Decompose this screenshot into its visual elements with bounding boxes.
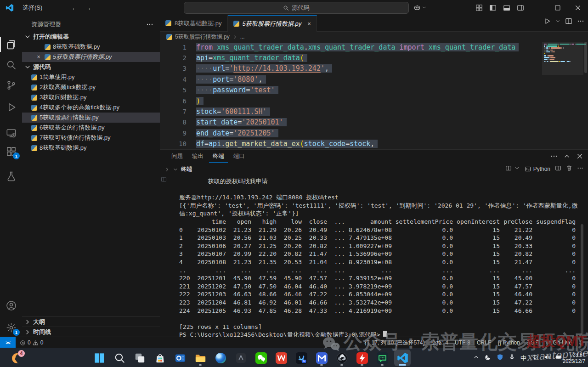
tray-battery[interactable] (555, 354, 562, 362)
taskbar-app-outlook[interactable] (172, 350, 188, 366)
open-editor-item[interactable]: 8获取基础数据.py (22, 42, 160, 52)
minimap-slider[interactable] (542, 42, 583, 75)
status-item[interactable]: CRLF (477, 339, 491, 346)
status-item[interactable]: Go Live (545, 339, 572, 346)
panel-tab-终端[interactable]: 终端 (209, 150, 228, 163)
activity-testing[interactable] (0, 167, 22, 185)
more-button[interactable] (550, 152, 558, 162)
tray-volume[interactable] (543, 354, 550, 362)
taskbar-app-file-explorer[interactable] (192, 350, 209, 366)
file-item[interactable]: 8获取基础数据.py (22, 143, 160, 153)
taskbar-app-markdown[interactable] (313, 350, 330, 366)
file-item[interactable]: 5获取股票行情数据.py (22, 113, 160, 123)
taskbar-app-wps[interactable] (273, 350, 289, 366)
taskbar-app-wechat[interactable] (253, 350, 269, 366)
activity-remote-explorer[interactable] (0, 124, 22, 142)
tray-dnd[interactable] (485, 354, 492, 362)
terminal-more-button[interactable] (577, 165, 583, 173)
new-terminal-button[interactable] (555, 165, 561, 173)
chevron-up-button[interactable] (563, 152, 571, 162)
maximize-button[interactable] (548, 0, 568, 15)
file-item[interactable]: 2获取高频tick数据.py (22, 82, 160, 92)
ime-indicator[interactable]: 中 (520, 354, 526, 362)
folder-section[interactable]: 源代码 (22, 62, 160, 72)
minimap[interactable] (542, 42, 583, 149)
panel-tab-端口[interactable]: 端口 (230, 150, 249, 163)
chevron-right-icon[interactable] (164, 167, 170, 172)
toggle-sidebar-button[interactable] (486, 0, 500, 15)
activity-explorer[interactable] (0, 35, 22, 54)
taskbar-app-obs[interactable] (334, 350, 350, 366)
editor-tab[interactable]: 5获取股票行情数据.py× (228, 15, 317, 32)
taskbar-weather-widget[interactable]: 4 (11, 351, 25, 365)
status-item[interactable] (578, 340, 584, 346)
activity-extensions[interactable]: 1 (0, 142, 22, 160)
close-button[interactable] (568, 0, 588, 15)
taskbar-app-dark-app[interactable] (232, 350, 249, 366)
tray-mic[interactable] (509, 354, 515, 362)
tray-chevron-up[interactable] (473, 354, 480, 362)
layout-grid-button[interactable] (472, 0, 486, 15)
more-actions-icon[interactable] (146, 21, 153, 28)
file-item[interactable]: 6获取基金的行情数据.py (22, 123, 160, 133)
file-item[interactable]: 7获取可转债的行情数据.py (22, 133, 160, 143)
status-item[interactable]: 空格: 4 (431, 339, 448, 347)
terminal-scrollbar[interactable] (581, 224, 583, 334)
close-button[interactable] (576, 152, 583, 162)
tray-wifi[interactable] (531, 354, 538, 362)
chevron-down-button[interactable] (555, 17, 560, 27)
status-item[interactable]: 3.9.5 (526, 339, 539, 346)
activity-run-debug[interactable] (0, 98, 22, 116)
panel-tab-问题[interactable]: 问题 (168, 150, 187, 163)
code-editor[interactable]: 1from xms_quant_trader_data.xms_quant_tr… (160, 42, 588, 149)
taskbar-clock[interactable]: 23:51 2025/12/7 (563, 351, 585, 364)
status-item[interactable]: 行 17, 列 10 (已选择574) (364, 339, 424, 347)
toggle-secondary-sidebar-button[interactable] (514, 0, 527, 15)
kill-terminal-button[interactable] (566, 165, 572, 173)
split-editor-button[interactable] (565, 17, 572, 27)
taskbar-app-lightning[interactable] (354, 350, 370, 366)
editor-tab[interactable]: 8获取基础数据.py (160, 15, 228, 31)
open-editor-item[interactable]: ×5获取股票行情数据.py (22, 52, 160, 62)
file-item[interactable]: 3获取问财数据.py (22, 92, 160, 102)
taskbar-app-chat[interactable] (374, 350, 390, 366)
activity-settings-gear[interactable]: 1 (0, 318, 22, 337)
copilot-button[interactable] (413, 0, 427, 15)
taskbar-app-vscode[interactable] (394, 350, 411, 366)
menu-item[interactable]: 选择(S) (18, 0, 46, 15)
open-editors-section[interactable]: 打开的编辑器 (22, 32, 160, 42)
status-item[interactable]: UTF-8 (455, 339, 470, 346)
taskbar-app-edge[interactable] (212, 350, 229, 366)
activity-account[interactable] (0, 296, 22, 315)
remote-indicator[interactable]: >< (0, 337, 16, 348)
taskbar-app-task-view[interactable] (131, 350, 148, 366)
status-item[interactable]: {} Python (498, 339, 520, 346)
split-terminal-button[interactable] (505, 165, 512, 173)
forward-arrow-icon[interactable]: → (85, 4, 91, 11)
taskbar-app-store[interactable] (152, 350, 168, 366)
toggle-panel-button[interactable] (500, 0, 514, 15)
activity-search[interactable] (0, 56, 22, 74)
terminal-output[interactable]: 获取的授权码找我申请 服务器http://14.103.193.242 端口80… (160, 177, 588, 337)
breadcrumb[interactable]: 5获取股票行情数据.py ... (160, 32, 588, 42)
file-item[interactable]: 4获取多个标的高频tick数据.py (22, 102, 160, 113)
profile-chevron-button[interactable] (514, 165, 520, 173)
problems-status[interactable]: 0 0 (20, 339, 43, 346)
close-icon[interactable]: × (307, 20, 311, 27)
back-arrow-icon[interactable]: ← (71, 4, 78, 11)
file-item[interactable]: 1简单使用.py (22, 72, 160, 82)
more-button[interactable] (577, 17, 584, 27)
taskbar-app-ai-app[interactable]: AI (293, 350, 310, 366)
minimize-button[interactable] (527, 0, 548, 15)
editor-scrollbar[interactable] (584, 42, 587, 73)
tray-shield[interactable] (497, 354, 503, 362)
taskbar-app-start[interactable] (91, 350, 107, 366)
run-button[interactable] (543, 17, 551, 27)
terminal-profile-item[interactable]: Python (525, 166, 550, 172)
command-center-search[interactable]: 源代码 (184, 2, 409, 14)
activity-source-control[interactable] (0, 76, 22, 94)
sidebar-section-大纲[interactable]: 大纲 (22, 316, 160, 327)
close-icon[interactable]: × (35, 54, 42, 60)
panel-tab-输出[interactable]: 输出 (188, 150, 207, 163)
sidebar-section-时间线[interactable]: 时间线 (22, 327, 160, 337)
